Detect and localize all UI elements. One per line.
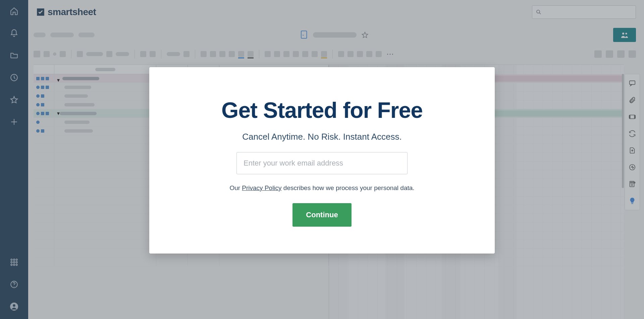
privacy-policy-link[interactable]: Privacy Policy	[242, 184, 281, 191]
signup-modal: Get Started for Free Cancel Anytime. No …	[149, 67, 495, 254]
email-field[interactable]	[236, 152, 408, 174]
modal-title: Get Started for Free	[169, 97, 475, 123]
modal-overlay: Get Started for Free Cancel Anytime. No …	[0, 0, 644, 319]
privacy-notice: Our Privacy Policy describes how we proc…	[169, 184, 475, 192]
continue-button[interactable]: Continue	[292, 203, 352, 227]
modal-subtitle: Cancel Anytime. No Risk. Instant Access.	[169, 132, 475, 142]
